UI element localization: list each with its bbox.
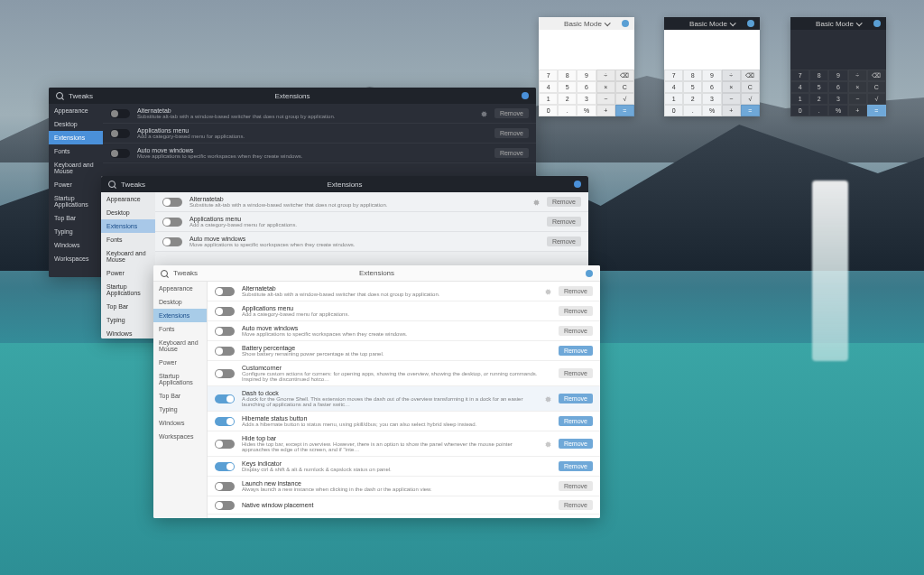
remove-button[interactable]: Remove: [559, 346, 593, 356]
remove-button[interactable]: Remove: [559, 368, 593, 378]
key-0[interactable]: 0: [790, 105, 809, 116]
sidebar-item-windows[interactable]: Windows: [153, 416, 207, 430]
toggle-switch[interactable]: [215, 394, 235, 403]
key-7[interactable]: 7: [664, 70, 683, 81]
titlebar[interactable]: Tweaks Extensions: [49, 88, 536, 104]
toggle-switch[interactable]: [215, 347, 235, 356]
key-6[interactable]: 6: [702, 81, 721, 93]
toggle-switch[interactable]: [162, 198, 182, 207]
key-3[interactable]: 3: [702, 93, 721, 105]
sidebar-item-desktop[interactable]: Desktop: [49, 117, 103, 131]
key-9[interactable]: 9: [828, 70, 847, 81]
close-icon[interactable]: [622, 20, 629, 27]
sidebar-item-extensions[interactable]: Extensions: [101, 219, 155, 233]
titlebar[interactable]: Basic Mode: [790, 17, 886, 30]
key-5[interactable]: 5: [558, 81, 577, 93]
key-9[interactable]: 9: [577, 70, 596, 81]
titlebar[interactable]: Basic Mode: [664, 17, 760, 30]
key-⌫[interactable]: ⌫: [741, 70, 760, 81]
remove-button[interactable]: Remove: [559, 306, 593, 316]
key-C[interactable]: C: [615, 81, 634, 93]
key-3[interactable]: 3: [828, 93, 847, 105]
key-5[interactable]: 5: [809, 81, 828, 93]
key-⌫[interactable]: ⌫: [615, 70, 634, 81]
key-2[interactable]: 2: [809, 93, 828, 105]
sidebar-item-power[interactable]: Power: [49, 178, 103, 191]
key-√[interactable]: √: [867, 93, 886, 105]
calc-display[interactable]: [790, 30, 886, 70]
remove-button[interactable]: Remove: [547, 217, 581, 227]
sidebar-item-workspaces[interactable]: Workspaces: [49, 252, 103, 265]
toggle-switch[interactable]: [110, 109, 130, 118]
close-icon[interactable]: [574, 181, 581, 188]
key-÷[interactable]: ÷: [848, 70, 867, 81]
key-1[interactable]: 1: [664, 93, 683, 105]
close-icon[interactable]: [747, 20, 754, 27]
toggle-switch[interactable]: [162, 237, 182, 246]
sidebar-item-fonts[interactable]: Fonts: [153, 322, 207, 336]
key-%[interactable]: %: [702, 105, 721, 116]
key-C[interactable]: C: [741, 81, 760, 93]
key-%[interactable]: %: [828, 105, 847, 116]
titlebar[interactable]: Tweaks Extensions: [153, 265, 600, 282]
key-÷[interactable]: ÷: [722, 70, 741, 81]
key-+[interactable]: +: [848, 105, 867, 116]
key-.[interactable]: .: [683, 105, 702, 116]
toggle-switch[interactable]: [110, 129, 130, 138]
key-equals[interactable]: =: [741, 105, 760, 116]
remove-button[interactable]: Remove: [494, 128, 529, 138]
key-4[interactable]: 4: [790, 81, 809, 93]
remove-button[interactable]: Remove: [559, 416, 593, 426]
remove-button[interactable]: Remove: [559, 439, 593, 449]
key-.[interactable]: .: [558, 105, 577, 116]
key-7[interactable]: 7: [539, 70, 558, 81]
toggle-switch[interactable]: [215, 501, 235, 510]
sidebar-item-windows[interactable]: Windows: [101, 327, 155, 339]
sidebar-item-typing[interactable]: Typing: [153, 403, 207, 416]
remove-button[interactable]: Remove: [494, 148, 529, 158]
sidebar-item-startup-applications[interactable]: Startup Applications: [49, 191, 103, 211]
key-×[interactable]: ×: [596, 81, 615, 93]
key-8[interactable]: 8: [683, 70, 702, 81]
key-7[interactable]: 7: [790, 70, 809, 81]
toggle-switch[interactable]: [215, 369, 235, 378]
key-.[interactable]: .: [809, 105, 828, 116]
key-√[interactable]: √: [615, 93, 634, 105]
key-⌫[interactable]: ⌫: [867, 70, 886, 81]
key-÷[interactable]: ÷: [596, 70, 615, 81]
toggle-switch[interactable]: [110, 149, 130, 158]
search-icon[interactable]: [108, 181, 116, 188]
sidebar-item-workspaces[interactable]: Workspaces: [153, 430, 207, 443]
key-6[interactable]: 6: [577, 81, 596, 93]
key-C[interactable]: C: [867, 81, 886, 93]
key-0[interactable]: 0: [539, 105, 558, 116]
toggle-switch[interactable]: [215, 287, 235, 296]
remove-button[interactable]: Remove: [547, 197, 581, 207]
remove-button[interactable]: Remove: [559, 461, 593, 471]
sidebar-item-appearance[interactable]: Appearance: [101, 192, 155, 206]
mode-selector[interactable]: Basic Mode: [564, 20, 609, 28]
mode-selector[interactable]: Basic Mode: [689, 20, 735, 28]
close-icon[interactable]: [873, 20, 881, 27]
remove-button[interactable]: Remove: [559, 286, 593, 296]
sidebar-item-keyboard-and-mouse[interactable]: Keyboard and Mouse: [153, 336, 207, 356]
gear-icon[interactable]: [544, 441, 551, 448]
sidebar-item-extensions[interactable]: Extensions: [153, 309, 207, 322]
key-−[interactable]: −: [722, 93, 741, 105]
key-√[interactable]: √: [741, 93, 760, 105]
toggle-switch[interactable]: [162, 218, 182, 227]
toggle-switch[interactable]: [215, 307, 235, 316]
sidebar-item-top-bar[interactable]: Top Bar: [153, 389, 207, 403]
key-×[interactable]: ×: [722, 81, 741, 93]
remove-button[interactable]: Remove: [559, 326, 593, 336]
titlebar[interactable]: Tweaks Extensions: [101, 176, 588, 192]
gear-icon[interactable]: [532, 199, 540, 206]
sidebar-item-fonts[interactable]: Fonts: [101, 233, 155, 246]
key-4[interactable]: 4: [664, 81, 683, 93]
sidebar-item-top-bar[interactable]: Top Bar: [49, 211, 103, 225]
remove-button[interactable]: Remove: [559, 394, 593, 403]
key-equals[interactable]: =: [867, 105, 886, 116]
key-6[interactable]: 6: [828, 81, 847, 93]
calc-display[interactable]: [539, 30, 634, 70]
sidebar-item-startup-applications[interactable]: Startup Applications: [153, 369, 207, 389]
